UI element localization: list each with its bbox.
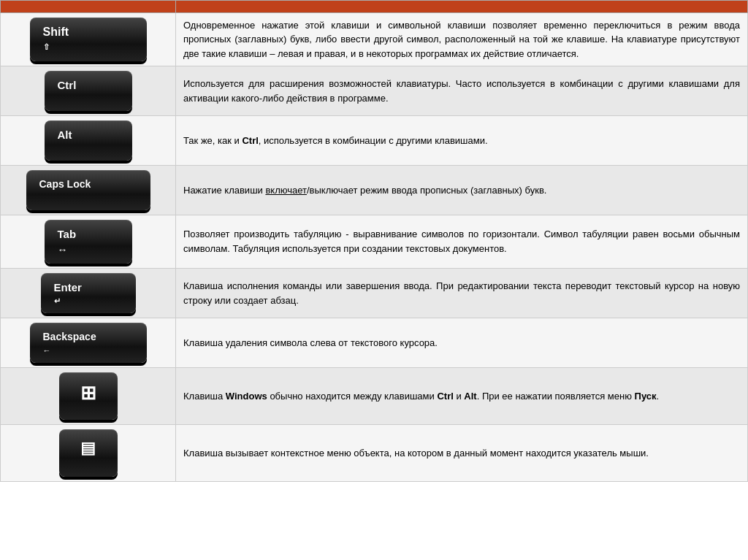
key-cell: Enter↵ [1, 268, 176, 318]
key-cell: Caps Lock [1, 166, 176, 215]
table-row: CtrlИспользуется для расширения возможно… [1, 66, 748, 116]
desc-cell: Нажатие клавиши включает/выключает режим… [176, 166, 748, 215]
key-cell: Ctrl [1, 66, 176, 116]
desc-cell: Используется для расширения возможностей… [176, 66, 748, 116]
desc-cell: Клавиша Windows обычно находится между к… [176, 368, 748, 425]
table-row: ▤Клавиша вызывает контекстное меню объек… [1, 425, 748, 482]
desc-cell: Позволяет производить табуляцию - выравн… [176, 215, 748, 269]
table-row: Caps LockНажатие клавиши включает/выключ… [1, 166, 748, 215]
header-action-col [176, 1, 748, 13]
desc-cell: Так же, как и Ctrl, используется в комби… [176, 116, 748, 166]
table-row: Tab↔Позволяет производить табуляцию - вы… [1, 215, 748, 269]
key-cell: Shift⇧ [1, 13, 176, 66]
desc-cell: Одновременное нажатие этой клавиши и сим… [176, 13, 748, 66]
key-cell: ⊞ [1, 368, 176, 425]
desc-cell: Клавиша исполнения команды или завершени… [176, 268, 748, 318]
desc-cell: Клавиша удаления символа слева от тексто… [176, 318, 748, 368]
header-key-col [1, 1, 176, 13]
table-row: Shift⇧Одновременное нажатие этой клавиши… [1, 13, 748, 66]
key-cell: Backspace← [1, 318, 176, 368]
key-cell: ▤ [1, 425, 176, 482]
table-row: AltТак же, как и Ctrl, используется в ко… [1, 116, 748, 166]
table-row: Enter↵Клавиша исполнения команды или зав… [1, 268, 748, 318]
table-row: Backspace←Клавиша удаления символа слева… [1, 318, 748, 368]
key-cell: Alt [1, 116, 176, 166]
table-row: ⊞Клавиша Windows обычно находится между … [1, 368, 748, 425]
desc-cell: Клавиша вызывает контекстное меню объект… [176, 425, 748, 482]
key-cell: Tab↔ [1, 215, 176, 269]
